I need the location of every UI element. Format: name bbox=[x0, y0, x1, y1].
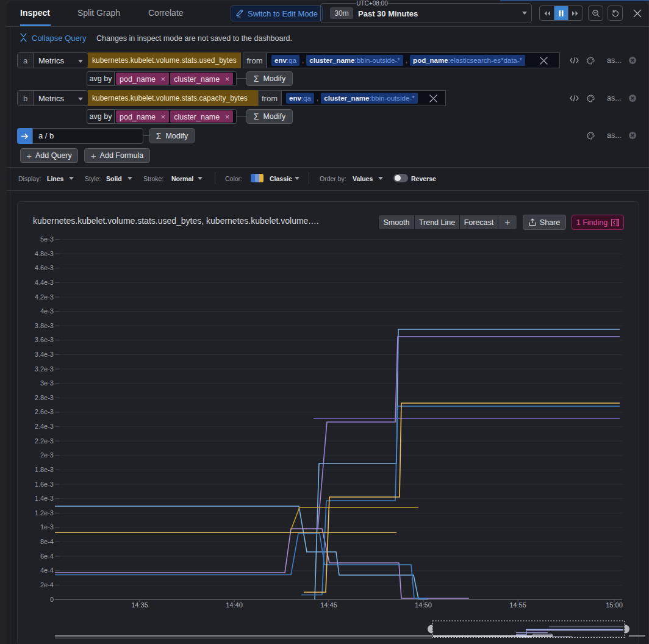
svg-text:4e-3: 4e-3 bbox=[40, 307, 54, 315]
svg-text:3e-3: 3e-3 bbox=[40, 379, 54, 387]
svg-text:1.6e-3: 1.6e-3 bbox=[35, 481, 54, 488]
svg-text:1.4e-3: 1.4e-3 bbox=[35, 495, 54, 502]
svg-text:2e-3: 2e-3 bbox=[40, 451, 54, 459]
svg-text:2.4e-3: 2.4e-3 bbox=[35, 423, 54, 430]
svg-text:6e-4: 6e-4 bbox=[40, 553, 54, 560]
svg-text:15:00: 15:00 bbox=[606, 601, 623, 609]
svg-text:3.2e-3: 3.2e-3 bbox=[35, 365, 54, 373]
svg-text:1.8e-3: 1.8e-3 bbox=[35, 466, 54, 473]
svg-text:2.6e-3: 2.6e-3 bbox=[35, 408, 54, 415]
svg-text:3.4e-3: 3.4e-3 bbox=[35, 351, 54, 358]
svg-text:5e-3: 5e-3 bbox=[40, 235, 54, 243]
svg-text:14:50: 14:50 bbox=[415, 601, 432, 609]
svg-text:3.6e-3: 3.6e-3 bbox=[35, 336, 54, 343]
svg-text:4.8e-3: 4.8e-3 bbox=[35, 250, 54, 257]
svg-text:4.2e-3: 4.2e-3 bbox=[35, 293, 54, 301]
svg-text:14:40: 14:40 bbox=[226, 601, 243, 609]
svg-text:8e-4: 8e-4 bbox=[40, 538, 54, 545]
svg-text:4.4e-3: 4.4e-3 bbox=[35, 279, 54, 286]
svg-text:4.6e-3: 4.6e-3 bbox=[35, 264, 54, 271]
svg-text:4e-4: 4e-4 bbox=[40, 567, 54, 574]
svg-text:14:35: 14:35 bbox=[131, 601, 148, 609]
svg-text:1.2e-3: 1.2e-3 bbox=[35, 509, 54, 517]
svg-text:3.8e-3: 3.8e-3 bbox=[35, 322, 54, 329]
svg-text:14:55: 14:55 bbox=[509, 601, 526, 609]
svg-text:2e-4: 2e-4 bbox=[40, 581, 54, 589]
svg-text:0: 0 bbox=[50, 596, 54, 603]
svg-text:1e-3: 1e-3 bbox=[40, 523, 54, 531]
svg-text:2.2e-3: 2.2e-3 bbox=[35, 437, 54, 445]
svg-text:14:45: 14:45 bbox=[320, 601, 337, 609]
svg-text:2.8e-3: 2.8e-3 bbox=[35, 394, 54, 401]
